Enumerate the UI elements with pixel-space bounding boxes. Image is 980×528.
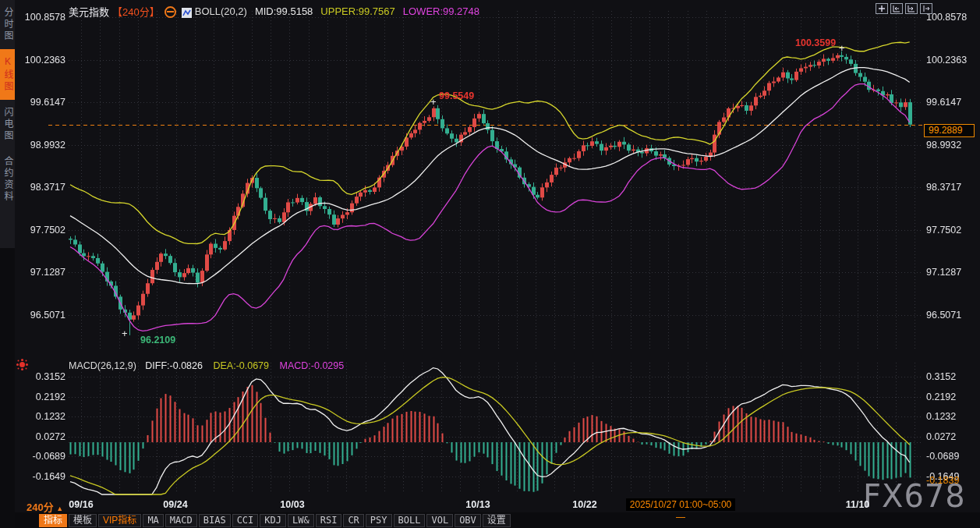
macd-header: MACD(26,12,9) DIFF:-0.0826 DEA:-0.0679 M… xyxy=(69,360,344,371)
price-axis-label-left: 100.8578 xyxy=(17,12,65,23)
macd-axis-label-left: 0.3152 xyxy=(17,371,65,382)
chart-header: 美元指数【240分】BOLL(20,2)MID:99.5158UPPER:99.… xyxy=(69,4,479,16)
toolbar-button-boll[interactable]: BOLL xyxy=(394,514,426,527)
macd-axis-label-left: 0.1232 xyxy=(17,411,65,422)
price-axis-label-right: 96.5071 xyxy=(926,310,961,321)
macd-axis-label-right: 0.1232 xyxy=(926,411,956,422)
toolbar-button-ma[interactable]: MA xyxy=(143,514,163,527)
period-arrow-icon: ▲ xyxy=(56,505,63,512)
macd-axis-label-left: 0.2192 xyxy=(17,392,65,402)
macd-axis-label-right: -0.0689 xyxy=(926,451,959,462)
macd-axis-label-left: 0.0272 xyxy=(17,431,65,442)
macd-axis-label-right: 0.2192 xyxy=(926,392,956,402)
boll-label: BOLL(20,2) xyxy=(195,5,247,17)
date-tick-label: 10/22 xyxy=(572,499,596,510)
period-selector[interactable]: 240分 ▲ xyxy=(27,499,63,514)
toolbar-button-[interactable]: 模板 xyxy=(69,514,97,527)
date-tick-label: 09/24 xyxy=(163,499,187,510)
boll-lower-value: LOWER:99.2748 xyxy=(403,5,479,17)
sidebar-tab-time-chart[interactable]: 分时图 xyxy=(0,0,15,49)
toolbar-button-lw[interactable]: LW& xyxy=(288,514,314,527)
macd-diff-value: DIFF:-0.0826 xyxy=(145,360,203,371)
date-tick-label: 10/13 xyxy=(465,499,490,510)
price-axis-label-right: 97.1287 xyxy=(926,267,961,278)
date-tick-label: 10/03 xyxy=(280,499,304,510)
toolbar-button-[interactable]: 设置 xyxy=(483,514,511,527)
toolbar-button-rsi[interactable]: RSI xyxy=(316,514,342,527)
price-axis-label-right: 100.2363 xyxy=(926,55,967,66)
price-axis-label-left: 100.2363 xyxy=(17,55,65,66)
toolbar-button-vol[interactable]: VOL xyxy=(426,514,453,527)
session-range-box: 2025/10/27 01:00~05:00 — xyxy=(626,498,735,511)
boll-upper-value: UPPER:99.7567 xyxy=(320,5,394,17)
macd-axis-label-left: -0.0689 xyxy=(17,451,65,462)
price-axis-label-left: 97.1287 xyxy=(17,267,65,278)
collapse-icon[interactable] xyxy=(165,6,176,18)
toolbar-button-vip[interactable]: VIP指标 xyxy=(98,514,141,527)
macd-axis-label-right: 0.3152 xyxy=(926,371,956,382)
price-axis-label-left: 97.7502 xyxy=(17,225,65,236)
toolbar-button-[interactable]: 指标 xyxy=(39,514,67,527)
boll-mid-value: MID:99.5158 xyxy=(255,5,313,17)
price-annotation: 99.5549 xyxy=(439,90,474,101)
macd-macd-value: MACD:-0.0295 xyxy=(280,360,345,371)
toolbar-button-cr[interactable]: CR xyxy=(343,514,363,527)
sidebar-tab-lightning-chart[interactable]: 闪电图 xyxy=(0,100,15,149)
move-tool-icon[interactable] xyxy=(876,3,888,14)
price-axis-label-right: 97.7502 xyxy=(926,225,961,236)
chart-canvas[interactable] xyxy=(0,0,980,528)
symbol-title: 美元指数 xyxy=(69,6,109,18)
burst-icon[interactable] xyxy=(19,362,25,367)
price-axis-label-left: 99.6147 xyxy=(17,97,65,108)
price-axis-label-right: 98.9932 xyxy=(926,140,961,151)
price-axis-label-right: 98.3717 xyxy=(926,182,961,193)
indicator-toolbar: 指标模板VIP指标MAMACDBIASCCIKDJLW&RSICRPSYBOLL… xyxy=(39,514,511,527)
boll-mini-icon xyxy=(182,8,192,18)
corner-toolbar xyxy=(876,3,932,14)
date-tick-label: 09/16 xyxy=(69,499,93,510)
toolbar-button-cci[interactable]: CCI xyxy=(232,514,259,527)
price-axis-label-right: 99.6147 xyxy=(926,97,961,108)
compress-left-icon[interactable] xyxy=(890,3,903,14)
macd-axis-label-right: 0.0272 xyxy=(926,431,956,442)
toolbar-button-obv[interactable]: OBV xyxy=(455,514,481,527)
sidebar-filler xyxy=(0,248,15,528)
annotation-cross-marker: + xyxy=(839,45,845,51)
period-badge: 【240分】 xyxy=(112,6,160,18)
sidebar-tab-kline-chart[interactable]: K线图 xyxy=(0,49,15,100)
trading-app-window: 分时图 K线图 闪电图 合约资料 美元指数【240分】BOLL(20,2)MID… xyxy=(0,0,980,528)
toolbar-button-bias[interactable]: BIAS xyxy=(199,514,231,527)
macd-title: MACD(26,12,9) xyxy=(69,360,136,371)
toolbar-button-macd[interactable]: MACD xyxy=(165,514,197,527)
price-annotation: 100.3599 xyxy=(795,37,836,48)
date-tick-label: 11/10 xyxy=(846,499,870,510)
sidebar: 分时图 K线图 闪电图 合约资料 xyxy=(0,0,15,528)
annotation-cross-marker: + xyxy=(430,99,437,105)
price-axis-label-left: 96.5071 xyxy=(17,310,65,321)
current-macd-value: -0.1839 xyxy=(926,475,959,486)
current-price-box: 99.2889 xyxy=(924,124,975,137)
price-axis-label-left: 98.9932 xyxy=(17,140,65,151)
macd-axis-label-left: -0.1649 xyxy=(17,471,65,482)
price-annotation: 96.2109 xyxy=(140,335,175,346)
toolbar-button-psy[interactable]: PSY xyxy=(366,514,392,527)
annotation-cross-marker: + xyxy=(122,331,128,337)
toolbar-button-kdj[interactable]: KDJ xyxy=(260,514,286,527)
sidebar-tab-contract-info[interactable]: 合约资料 xyxy=(0,149,15,210)
price-axis-label-left: 98.3717 xyxy=(17,182,65,193)
pan-right-icon[interactable] xyxy=(920,3,932,14)
macd-dea-value: DEA:-0.0679 xyxy=(213,360,269,371)
compress-right-icon[interactable] xyxy=(905,3,918,14)
